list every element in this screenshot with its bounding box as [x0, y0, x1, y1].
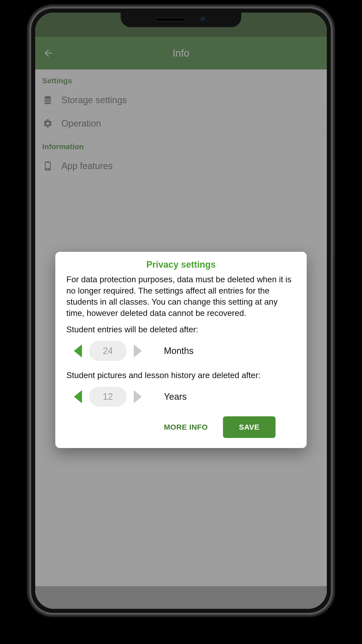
dialog-actions: MORE INFO SAVE — [66, 416, 296, 438]
entries-stepper: 24 Months — [66, 339, 296, 368]
device-frame: Info Settings Storage settings O — [28, 5, 334, 616]
entries-unit: Months — [164, 346, 194, 356]
save-button[interactable]: SAVE — [223, 416, 276, 438]
increment-pictures-button[interactable] — [134, 390, 142, 403]
pictures-stepper: 12 Years — [66, 385, 296, 414]
dialog-title: Privacy settings — [66, 259, 296, 270]
device-hw-button — [333, 161, 334, 196]
decrement-pictures-button[interactable] — [74, 390, 82, 403]
device-notch — [121, 13, 241, 27]
front-camera — [200, 16, 207, 23]
pictures-unit: Years — [164, 391, 187, 402]
pictures-label: Student pictures and lesson history are … — [66, 371, 296, 380]
decrement-entries-button[interactable] — [74, 344, 82, 357]
privacy-settings-dialog: Privacy settings For data protection pur… — [55, 252, 307, 448]
device-hw-button — [333, 204, 334, 257]
pictures-value[interactable]: 12 — [89, 387, 127, 407]
entries-value[interactable]: 24 — [89, 341, 127, 361]
increment-entries-button[interactable] — [134, 344, 142, 357]
speaker-grill — [155, 18, 185, 21]
more-info-button[interactable]: MORE INFO — [161, 418, 210, 436]
dialog-body: For data protection purposes, data must … — [66, 274, 296, 319]
entries-label: Student entries will be deleted after: — [66, 325, 296, 334]
screen: Info Settings Storage settings O — [35, 13, 327, 609]
